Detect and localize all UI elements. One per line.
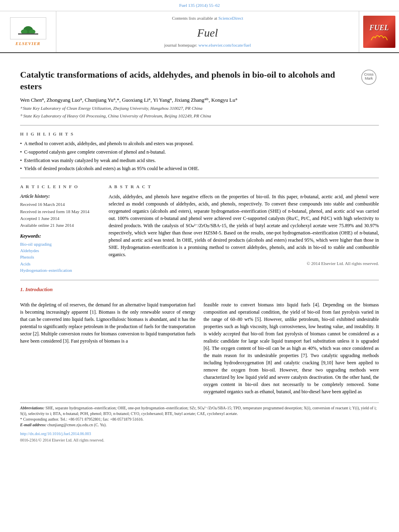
crossmark-svg: Cross Mark [361,69,377,85]
page-container: Fuel 135 (2014) 55–62 ELSEVIER C [0,0,399,451]
highlight-item-1: A method to convert acids, aldehydes, an… [20,140,379,147]
highlights-heading: H I G H L I G H T S [20,131,379,137]
fuel-logo-area: FUEL [359,11,399,52]
highlights-section: H I G H L I G H T S A method to convert … [20,131,379,173]
email-label: E-mail address: [20,423,46,427]
corresponding-label: * Corresponding author. [20,417,59,421]
keywords-section: Keywords: Bio-oil upgrading Aldehydes Ph… [20,233,101,274]
abstract-heading: A B S T R A C T [109,184,379,190]
highlight-item-3: Esterification was mainly catalyzed by w… [20,157,379,164]
corresponding-text: Tel.: +86 0571 87952801; fax: +86 057187… [60,417,144,421]
footer-copyright: 0016-2361/© 2014 Elsevier Ltd. All right… [20,438,379,443]
abbreviations-label: Abbreviations: [20,406,45,410]
doi-link[interactable]: http://dx.doi.org/10.1016/j.fuel.2014.06… [20,431,379,437]
affiliation-a: ᵃ State Key Laboratory of Clean Energy U… [20,105,379,111]
elsevier-tree-svg [16,21,40,35]
citation-text: Fuel 135 (2014) 55–62 [179,3,220,8]
footnote-corresponding: * Corresponding author. Tel.: +86 0571 8… [20,417,379,422]
abstract-col: A B S T R A C T Acids, aldehydes, and ph… [109,184,379,274]
history-online: Available online 21 June 2014 [20,222,101,228]
keyword-3: Phenols [20,254,101,260]
keyword-2: Aldehydes [20,248,101,254]
fuel-logo-decoration [369,33,389,41]
keyword-5: Hydrogenation–esterification [20,267,101,273]
intro-heading: 1. Introduction [20,286,379,293]
abstract-text: Acids, aldehydes, and phenols have negat… [109,193,379,258]
article-history: Article history: Received 16 March 2014 … [20,193,101,228]
svg-rect-4 [18,33,38,35]
history-received: Received 16 March 2014 [20,201,101,207]
divider-3 [20,280,379,280]
footnote-abbreviations: Abbreviations: SHE, separate hydrogenati… [20,405,379,417]
article-info-heading: A R T I C L E I N F O [20,184,101,190]
history-accepted: Accepted 1 June 2014 [20,216,101,222]
crossmark-logo: Cross Mark [359,69,379,85]
history-label: Article history: [20,193,101,200]
article-title-section: Catalytic transformations of acids, alde… [20,69,379,92]
doi-text[interactable]: http://dx.doi.org/10.1016/j.fuel.2014.06… [20,431,91,436]
fuel-logo-box: FUEL [363,16,395,48]
history-revised: Received in revised form 18 May 2014 [20,209,101,215]
divider-1 [20,125,379,125]
divider-2 [20,178,379,178]
highlight-item-2: C-supported catalysts gave complete conv… [20,149,379,156]
email-text: chunjiang@cmee.zju.edu.cn (C. Yu). [47,423,107,427]
elsevier-logo-image [10,17,46,39]
footnote-area: Abbreviations: SHE, separate hydrogenati… [20,403,379,443]
article-info-col: A R T I C L E I N F O Article history: R… [20,184,101,274]
journal-header: ELSEVIER Contents lists available at Sci… [0,11,399,53]
homepage-url[interactable]: www.elsevier.com/locate/fuel [198,43,251,47]
authors: Wen Chenᵃ, Zhongyang Luoᵃ, Chunjiang Yuᵃ… [20,97,379,104]
svg-text:Mark: Mark [365,76,373,80]
abstract-copyright: © 2014 Elsevier Ltd. All rights reserved… [109,261,379,267]
body-content: With the depleting of oil reserves, the … [20,301,379,398]
body-left: With the depleting of oil reserves, the … [20,301,195,398]
journal-title: Fuel [197,25,218,41]
sciencedirect-link[interactable]: ScienceDirect [218,16,243,21]
article-title: Catalytic transformations of acids, alde… [20,69,355,92]
authors-text: Wen Chenᵃ, Zhongyang Luoᵃ, Chunjiang Yuᵃ… [20,97,237,103]
abbreviations-text: SHE, separate hydrogenation–esterificati… [20,406,376,416]
highlight-item-4: Yields of desired products (alcohols and… [20,165,379,172]
svg-text:Cross: Cross [364,72,374,76]
elsevier-logo-area: ELSEVIER [0,11,56,52]
keyword-1: Bio-oil upgrading [20,241,101,247]
elsevier-logo: ELSEVIER [10,17,46,47]
journal-homepage: journal homepage: www.elsevier.com/locat… [164,42,251,48]
body-right: feasible route to convert biomass into l… [204,301,379,398]
article-info-abstract: A R T I C L E I N F O Article history: R… [20,184,379,274]
elsevier-brand-text: ELSEVIER [16,41,41,47]
footnote-email: E-mail address: chunjiang@cmee.zju.edu.c… [20,422,379,428]
keyword-4: Acids [20,261,101,267]
keywords-label: Keywords: [20,233,101,240]
affiliation-b: ᵇ State Key Laboratory of Heavy Oil Proc… [20,113,379,119]
main-content: Catalytic transformations of acids, alde… [0,53,399,451]
sciencedirect-prefix: Contents lists available at [172,16,218,21]
journal-header-center: Contents lists available at ScienceDirec… [56,11,359,52]
sciencedirect-line: Contents lists available at ScienceDirec… [172,15,243,21]
fuel-logo-text: FUEL [369,23,389,33]
top-bar: Fuel 135 (2014) 55–62 [0,0,399,11]
homepage-prefix: journal homepage: [164,43,198,47]
intro-right-para: feasible route to convert biomass into l… [204,301,379,395]
intro-left-para: With the depleting of oil reserves, the … [20,301,195,345]
